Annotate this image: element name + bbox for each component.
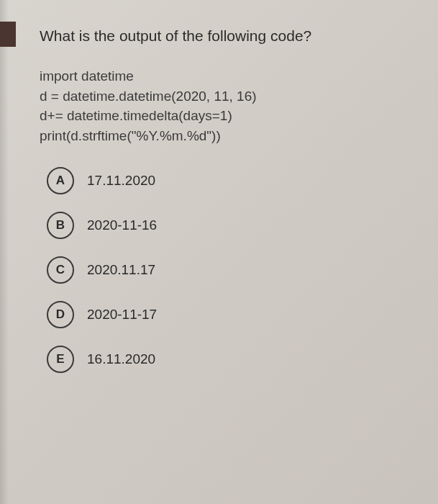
option-text-d: 2020-11-17 bbox=[87, 307, 157, 323]
option-text-a: 17.11.2020 bbox=[87, 173, 155, 189]
option-d[interactable]: D 2020-11-17 bbox=[47, 301, 416, 328]
option-letter-c: C bbox=[47, 256, 74, 284]
option-c[interactable]: C 2020.11.17 bbox=[47, 256, 416, 284]
question-content: What is the output of the following code… bbox=[0, 0, 438, 412]
option-a[interactable]: A 17.11.2020 bbox=[47, 167, 416, 194]
option-text-b: 2020-11-16 bbox=[87, 217, 157, 233]
option-e[interactable]: E 16.11.2020 bbox=[47, 346, 416, 373]
question-marker bbox=[0, 22, 16, 47]
option-letter-e: E bbox=[47, 346, 74, 373]
option-letter-a: A bbox=[47, 167, 74, 194]
code-block: import datetime d = datetime.datetime(20… bbox=[40, 66, 416, 145]
option-letter-d: D bbox=[47, 301, 74, 328]
option-text-c: 2020.11.17 bbox=[87, 262, 155, 278]
option-b[interactable]: B 2020-11-16 bbox=[47, 212, 416, 239]
option-text-e: 16.11.2020 bbox=[87, 351, 155, 367]
code-line-4: print(d.strftime("%Y.%m.%d")) bbox=[40, 126, 416, 146]
page-edge-shadow bbox=[0, 0, 9, 504]
code-line-2: d = datetime.datetime(2020, 11, 16) bbox=[40, 86, 416, 107]
code-line-3: d+= datetime.timedelta(days=1) bbox=[40, 106, 416, 126]
code-line-1: import datetime bbox=[40, 66, 416, 86]
question-title: What is the output of the following code… bbox=[40, 27, 416, 45]
options-list: A 17.11.2020 B 2020-11-16 C 2020.11.17 D… bbox=[40, 167, 416, 373]
option-letter-b: B bbox=[47, 212, 74, 239]
